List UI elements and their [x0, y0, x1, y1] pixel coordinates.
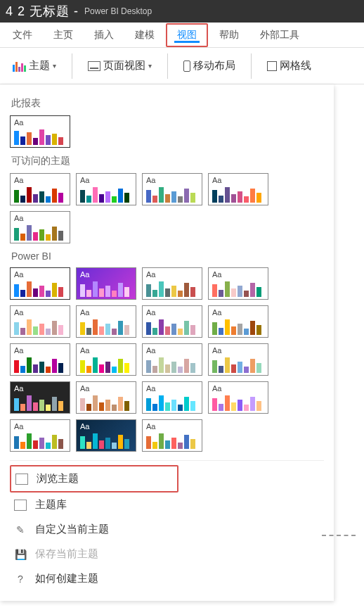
theme-aa-label: Aa — [14, 423, 66, 431]
theme-thumbnail[interactable]: Aa — [10, 419, 70, 452]
canvas-edge — [322, 535, 356, 536]
theme-thumbnail[interactable]: Aa — [142, 343, 202, 376]
theme-bars-icon — [146, 184, 198, 203]
theme-bars-icon — [146, 317, 198, 335]
theme-aa-label: Aa — [212, 385, 264, 393]
theme-bars-icon — [80, 184, 132, 203]
menu-browse-themes[interactable]: 浏览主题 — [10, 465, 178, 493]
theme-bars-icon — [14, 393, 66, 411]
menu-save-theme: 💾 保存当前主题 — [10, 542, 324, 566]
theme-thumbnail[interactable]: Aa — [142, 173, 202, 205]
theme-bars-icon — [212, 279, 264, 297]
chevron-down-icon: ▾ — [148, 62, 152, 70]
title-bar: 4 2 无标题 - Power BI Desktop — [0, 0, 364, 23]
chevron-down-icon: ▾ — [53, 62, 56, 70]
theme-aa-label: Aa — [146, 309, 198, 317]
theme-aa-label: Aa — [80, 385, 132, 393]
section-current-report: 此报表 — [11, 97, 324, 110]
theme-thumbnail[interactable]: Aa — [76, 381, 136, 414]
theme-thumbnail[interactable]: Aa — [208, 381, 268, 414]
page-view-label: 页面视图 — [103, 59, 145, 72]
theme-aa-label: Aa — [14, 271, 66, 279]
theme-label: 主题 — [29, 59, 50, 72]
theme-thumbnail[interactable]: Aa — [10, 173, 70, 205]
tab-insert[interactable]: 插入 — [84, 25, 124, 46]
menu-save-label: 保存当前主题 — [35, 547, 98, 561]
help-icon: ? — [14, 573, 27, 585]
theme-thumbnail[interactable]: Aa — [10, 381, 70, 414]
theme-aa-label: Aa — [14, 347, 66, 355]
theme-aa-label: Aa — [80, 347, 132, 355]
theme-thumbnail[interactable]: Aa — [142, 305, 202, 338]
ribbon-toolbar: 主题 ▾ 页面视图 ▾ 移动布局 网格线 — [0, 48, 364, 84]
theme-thumbnail[interactable]: Aa — [76, 173, 136, 205]
menu-browse-label: 浏览主题 — [37, 472, 79, 485]
theme-bars-icon — [146, 393, 198, 411]
theme-thumbnail[interactable]: Aa — [76, 419, 136, 452]
theme-thumbnail[interactable]: Aa — [76, 305, 136, 338]
theme-thumbnail[interactable]: Aa — [208, 305, 268, 338]
theme-thumbnail[interactable]: Aa — [142, 267, 202, 300]
theme-thumbnail[interactable]: Aa — [10, 267, 70, 300]
tab-external-tools[interactable]: 外部工具 — [250, 25, 309, 46]
theme-bars-icon — [212, 393, 264, 411]
theme-aa-label: Aa — [80, 309, 132, 317]
theme-thumbnail[interactable]: Aa — [208, 343, 268, 376]
mobile-label: 移动布局 — [193, 59, 235, 72]
theme-thumbnail[interactable]: Aa — [76, 267, 136, 300]
theme-thumbnail[interactable]: Aa — [76, 343, 136, 376]
tab-home[interactable]: 主页 — [44, 25, 83, 46]
theme-aa-label: Aa — [14, 119, 66, 127]
theme-thumbnail[interactable]: Aa — [142, 381, 202, 414]
theme-aa-label: Aa — [14, 309, 66, 317]
customize-icon: ✎ — [14, 524, 27, 535]
theme-aa-label: Aa — [80, 177, 132, 184]
theme-thumbnail[interactable]: Aa — [10, 211, 70, 243]
theme-aa-label: Aa — [146, 385, 198, 393]
checkbox-icon — [267, 61, 277, 71]
theme-menu: 浏览主题 主题库 ✎ 自定义当前主题 💾 保存当前主题 ? 如何创建主题 — [10, 460, 324, 591]
separator — [72, 53, 72, 79]
theme-dropdown-panel: 此报表 Aa 可访问的主题 AaAaAaAaAa Power BI AaAaAa… — [0, 84, 334, 601]
theme-thumbnail[interactable]: Aa — [208, 267, 268, 300]
menu-howto-theme[interactable]: ? 如何创建主题 — [10, 566, 324, 591]
theme-aa-label: Aa — [212, 347, 264, 355]
theme-aa-label: Aa — [14, 385, 66, 393]
theme-thumbnail[interactable]: Aa — [10, 115, 70, 148]
theme-bars-icon — [146, 355, 198, 373]
tab-file[interactable]: 文件 — [3, 25, 42, 46]
theme-aa-label: Aa — [146, 347, 198, 355]
theme-dropdown-button[interactable]: 主题 ▾ — [8, 56, 60, 75]
theme-bars-icon — [14, 431, 66, 449]
gridlines-toggle[interactable]: 网格线 — [263, 56, 316, 75]
theme-bars-icon — [212, 355, 264, 373]
page-view-button[interactable]: 页面视图 ▾ — [84, 56, 156, 75]
theme-bars-icon — [212, 184, 264, 203]
theme-bars-icon — [146, 279, 198, 297]
mobile-icon — [183, 61, 190, 72]
theme-aa-label: Aa — [146, 423, 198, 431]
theme-thumbnail[interactable]: Aa — [10, 305, 70, 338]
theme-aa-label: Aa — [80, 271, 132, 279]
menu-howto-label: 如何创建主题 — [35, 572, 98, 585]
theme-bars-icon — [14, 355, 66, 373]
section-accessible: 可访问的主题 — [11, 155, 324, 167]
page-view-icon — [88, 61, 100, 71]
mobile-layout-button[interactable]: 移动布局 — [179, 56, 240, 75]
theme-thumbnail[interactable]: Aa — [208, 173, 268, 205]
tab-help[interactable]: 帮助 — [209, 25, 249, 46]
ribbon-tabs: 文件 主页 插入 建模 视图 帮助 外部工具 — [0, 23, 364, 48]
menu-customize-theme[interactable]: ✎ 自定义当前主题 — [10, 517, 324, 542]
tab-view[interactable]: 视图 — [166, 23, 208, 47]
theme-bars-icon — [14, 184, 66, 203]
theme-thumbnail[interactable]: Aa — [142, 419, 202, 452]
menu-theme-gallery[interactable]: 主题库 — [10, 493, 324, 517]
menu-gallery-label: 主题库 — [35, 498, 67, 511]
theme-bars-icon — [212, 317, 264, 335]
section-powerbi: Power BI — [11, 250, 324, 262]
save-icon: 💾 — [14, 549, 27, 560]
theme-thumbnail[interactable]: Aa — [10, 343, 70, 376]
tab-modeling[interactable]: 建模 — [125, 25, 164, 46]
theme-bars-icon — [14, 279, 66, 297]
theme-bars-icon — [80, 393, 132, 411]
